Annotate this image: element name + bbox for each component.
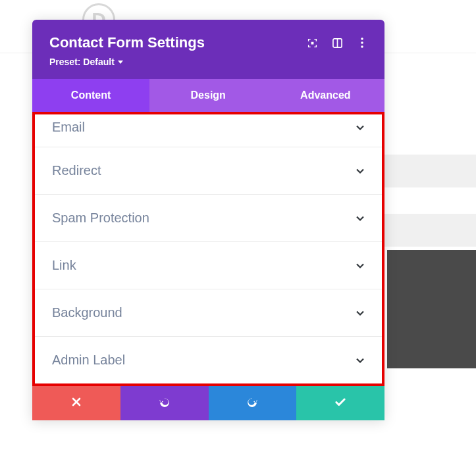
chevron-down-icon [356,261,365,270]
svg-point-2 [361,37,363,40]
more-icon[interactable] [357,37,367,48]
cancel-button[interactable] [32,386,120,420]
accordion-label: Spam Protection [52,210,149,226]
accordion-label: Link [52,258,76,273]
accordion-label: Email [52,120,85,135]
preset-dropdown[interactable]: Preset: Default [49,57,367,67]
accordion-item-admin-label[interactable]: Admin Label [35,337,382,383]
modal-header-icons [307,37,367,48]
accordion-item-link[interactable]: Link [35,242,382,289]
modal-title: Contact Form Settings [49,34,205,51]
bg-block [384,214,476,247]
redo-button[interactable] [209,386,297,420]
accordion-item-background[interactable]: Background [35,289,382,337]
chevron-down-icon [356,214,365,223]
chevron-down-icon [356,309,365,318]
tab-advanced[interactable]: Advanced [267,79,384,112]
modal-title-row: Contact Form Settings [49,34,367,51]
accordion-item-spam-protection[interactable]: Spam Protection [35,195,382,242]
accordion-label: Admin Label [52,353,125,368]
preset-label: Preset: Default [49,57,115,67]
accordion-label: Background [52,305,122,320]
svg-point-4 [361,45,363,48]
svg-point-3 [361,41,363,44]
settings-modal: Contact Form Settings Preset: Default Co… [32,20,384,420]
confirm-button[interactable] [296,386,384,420]
undo-icon [159,396,171,410]
close-icon [72,397,81,409]
bg-block [387,250,476,368]
panel-body: Email Redirect Spam Protection Link Back… [32,112,384,386]
accordion-item-redirect[interactable]: Redirect [35,147,382,195]
columns-icon[interactable] [332,37,342,48]
tab-design[interactable]: Design [149,79,267,112]
accordion-item-email[interactable]: Email [35,114,382,147]
redo-icon [246,396,258,410]
caret-down-icon [118,61,123,64]
chevron-down-icon [356,166,365,176]
accordion-label: Redirect [52,163,101,178]
bg-block [384,155,476,187]
modal-header: Contact Form Settings Preset: Default [32,20,384,79]
modal-footer [32,386,384,420]
undo-button[interactable] [120,386,209,420]
chevron-down-icon [356,123,365,132]
chevron-down-icon [356,356,365,365]
tab-content[interactable]: Content [32,79,149,112]
expand-icon[interactable] [307,37,317,48]
tabs: Content Design Advanced [32,79,384,112]
check-icon [334,396,346,410]
